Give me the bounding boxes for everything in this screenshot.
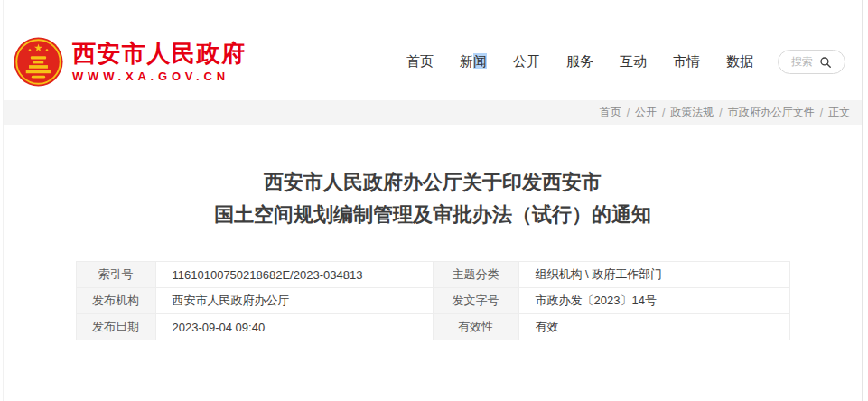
site-url: WWW.XA.GOV.CN	[72, 70, 247, 83]
breadcrumb-separator: /	[719, 107, 722, 119]
breadcrumb-item-policies[interactable]: 政策法规	[670, 105, 714, 120]
breadcrumb-separator: /	[627, 107, 630, 119]
nav-item-interaction[interactable]: 互动	[620, 53, 647, 70]
meta-row-3: 发布日期 2023-09-04 09:40 有效性 有效	[76, 314, 789, 340]
meta-label-index-number: 索引号	[76, 262, 155, 288]
meta-value-issuing-agency: 西安市人民政府办公厅	[155, 288, 433, 314]
meta-value-validity: 有效	[518, 314, 789, 340]
meta-row-1: 索引号 11610100750218682E/2023-034813 主题分类 …	[76, 262, 789, 288]
breadcrumb-item-office-documents[interactable]: 市政府办公厅文件	[728, 105, 815, 120]
nav-item-home[interactable]: 首页	[406, 53, 434, 70]
breadcrumb-separator: /	[820, 107, 823, 119]
meta-label-issuing-agency: 发布机构	[76, 288, 155, 314]
site-logo[interactable]: 西安市人民政府 WWW.XA.GOV.CN	[13, 36, 247, 88]
meta-label-publish-date: 发布日期	[76, 314, 155, 340]
breadcrumb-item-open-gov[interactable]: 公开	[635, 105, 657, 120]
page-title-line-1: 西安市人民政府办公厅关于印发西安市	[4, 166, 862, 199]
site-header: 西安市人民政府 WWW.XA.GOV.CN 首页 新闻 公开 服务 互动 市情 …	[4, 0, 862, 100]
meta-value-index-number: 11610100750218682E/2023-034813	[155, 262, 433, 288]
breadcrumb-item-home[interactable]: 首页	[600, 105, 621, 120]
search-icon[interactable]	[819, 56, 832, 69]
site-name: 西安市人民政府	[72, 41, 247, 68]
nav-item-news-selected-text: 闻	[473, 53, 487, 69]
meta-label-validity: 有效性	[433, 314, 518, 340]
page-title: 西安市人民政府办公厅关于印发西安市 国土空间规划编制管理及审批办法（试行）的通知	[4, 166, 862, 231]
nav-item-city-info[interactable]: 市情	[673, 53, 700, 70]
meta-value-topic-category: 组织机构 \ 政府工作部门	[518, 262, 789, 288]
meta-value-document-number: 市政办发〔2023〕14号	[518, 288, 789, 314]
doc-meta-table: 索引号 11610100750218682E/2023-034813 主题分类 …	[76, 261, 790, 340]
main-nav: 首页 新闻 公开 服务 互动 市情 数据	[406, 53, 753, 70]
national-emblem-icon	[13, 36, 64, 88]
search-box[interactable]: 搜索	[778, 50, 845, 74]
nav-item-news-text: 新	[460, 53, 473, 69]
meta-value-publish-date: 2023-09-04 09:40	[155, 314, 433, 340]
main-content: 西安市人民政府办公厅关于印发西安市 国土空间规划编制管理及审批办法（试行）的通知…	[4, 166, 862, 340]
site-logo-text: 西安市人民政府 WWW.XA.GOV.CN	[72, 41, 247, 84]
search-placeholder: 搜索	[791, 54, 813, 70]
breadcrumb-separator: /	[662, 107, 665, 119]
meta-label-topic-category: 主题分类	[433, 262, 518, 288]
nav-item-services[interactable]: 服务	[566, 53, 593, 70]
page: 西安市人民政府 WWW.XA.GOV.CN 首页 新闻 公开 服务 互动 市情 …	[3, 0, 863, 401]
nav-item-news[interactable]: 新闻	[460, 53, 487, 70]
nav-item-open-gov[interactable]: 公开	[513, 53, 540, 70]
meta-row-2: 发布机构 西安市人民政府办公厅 发文字号 市政办发〔2023〕14号	[76, 288, 789, 314]
meta-label-document-number: 发文字号	[433, 288, 518, 314]
breadcrumb: 首页 / 公开 / 政策法规 / 市政府办公厅文件 / 正文	[4, 100, 862, 125]
breadcrumb-item-current: 正文	[828, 105, 850, 120]
page-title-line-2: 国土空间规划编制管理及审批办法（试行）的通知	[4, 199, 862, 231]
nav-item-data[interactable]: 数据	[726, 53, 753, 70]
